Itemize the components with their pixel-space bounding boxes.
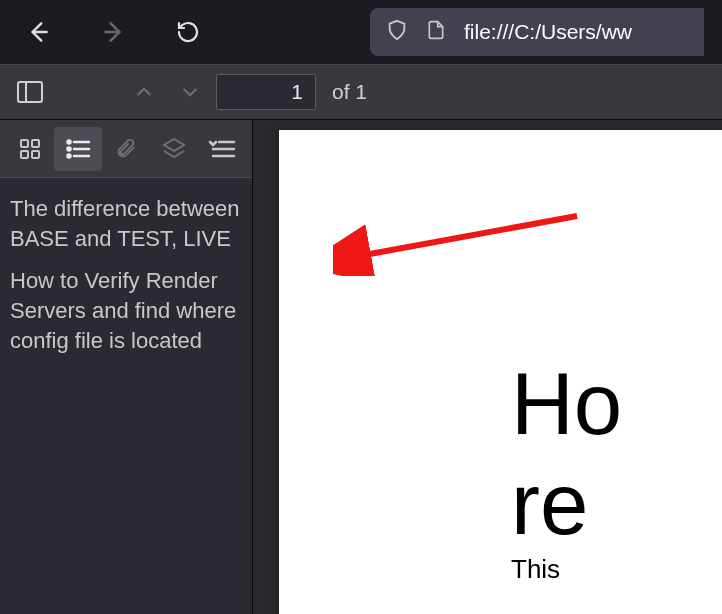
svg-rect-5 [32,140,39,147]
svg-rect-4 [21,140,28,147]
sidebar: The difference between BASE and TEST, LI… [0,120,253,614]
next-page-button[interactable] [170,72,210,112]
back-button[interactable] [18,12,58,52]
page-subtitle: This [511,554,560,585]
pdf-page: Ho re This [279,130,722,614]
layers-view-button[interactable] [150,127,198,171]
svg-point-12 [68,154,71,157]
forward-button[interactable] [94,12,134,52]
svg-point-8 [68,140,71,143]
svg-rect-6 [21,151,28,158]
pdf-body: The difference between BASE and TEST, LI… [0,120,722,614]
reload-button[interactable] [168,12,208,52]
browser-nav-bar: file:///C:/Users/ww [0,0,722,64]
page-number-input[interactable] [216,74,316,110]
svg-rect-7 [32,151,39,158]
outline-item[interactable]: How to Verify Render Servers and find wh… [8,260,244,362]
outline-view-button[interactable] [54,127,102,171]
page-viewport[interactable]: Ho re This [253,120,722,614]
thumbnails-view-button[interactable] [6,127,54,171]
url-text: file:///C:/Users/ww [464,20,632,44]
sidebar-toolbar [0,120,252,178]
outline-item[interactable]: The difference between BASE and TEST, LI… [8,188,244,260]
toggle-sidebar-button[interactable] [10,72,50,112]
page-heading: Ho [511,354,622,454]
prev-page-button[interactable] [124,72,164,112]
current-outline-item-button[interactable] [198,127,246,171]
svg-marker-14 [164,139,184,151]
shield-icon [386,18,408,47]
pdf-toolbar: of 1 [0,64,722,120]
svg-rect-2 [18,82,42,102]
svg-point-10 [68,147,71,150]
file-icon [426,19,446,46]
url-bar[interactable]: file:///C:/Users/ww [370,8,704,56]
page-count-label: of 1 [332,80,367,104]
page-heading: re [511,454,588,554]
attachments-view-button[interactable] [102,127,150,171]
outline-panel: The difference between BASE and TEST, LI… [0,178,252,372]
